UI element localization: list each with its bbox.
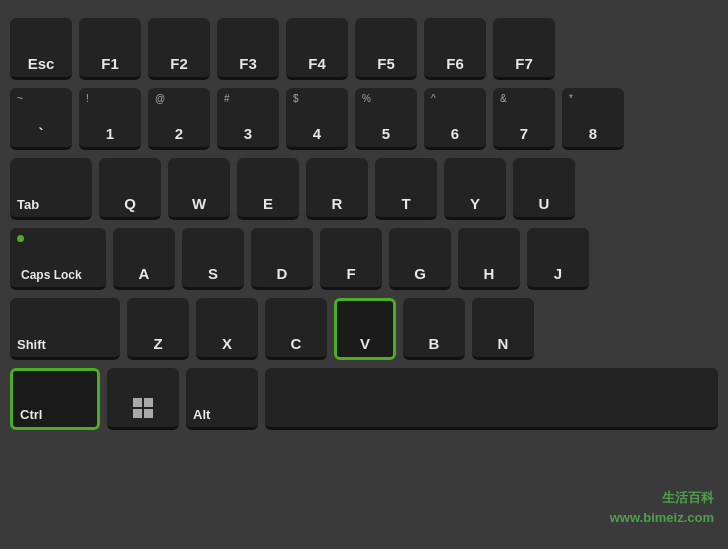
svg-rect-2 — [133, 409, 142, 418]
key-f[interactable]: F — [320, 228, 382, 290]
key-v[interactable]: V — [334, 298, 396, 360]
key-space[interactable] — [265, 368, 718, 430]
number-row: ~` !1 @2 #3 $4 %5 ^6 &7 *8 — [10, 88, 718, 150]
key-esc[interactable]: Esc — [10, 18, 72, 80]
key-win[interactable] — [107, 368, 179, 430]
key-f7[interactable]: F7 — [493, 18, 555, 80]
key-s[interactable]: S — [182, 228, 244, 290]
svg-rect-0 — [133, 398, 142, 407]
key-r[interactable]: R — [306, 158, 368, 220]
key-z[interactable]: Z — [127, 298, 189, 360]
key-5[interactable]: %5 — [355, 88, 417, 150]
key-n[interactable]: N — [472, 298, 534, 360]
key-7[interactable]: &7 — [493, 88, 555, 150]
key-2[interactable]: @2 — [148, 88, 210, 150]
key-w[interactable]: W — [168, 158, 230, 220]
key-c[interactable]: C — [265, 298, 327, 360]
key-shift[interactable]: Shift — [10, 298, 120, 360]
key-g[interactable]: G — [389, 228, 451, 290]
function-row: Esc F1 F2 F3 F4 F5 F6 F7 — [10, 18, 718, 80]
key-t[interactable]: T — [375, 158, 437, 220]
key-1[interactable]: !1 — [79, 88, 141, 150]
key-f6[interactable]: F6 — [424, 18, 486, 80]
zxcv-row: Shift Z X C V B N — [10, 298, 718, 360]
key-y[interactable]: Y — [444, 158, 506, 220]
key-3[interactable]: #3 — [217, 88, 279, 150]
key-u[interactable]: U — [513, 158, 575, 220]
key-6[interactable]: ^6 — [424, 88, 486, 150]
key-j[interactable]: J — [527, 228, 589, 290]
key-8[interactable]: *8 — [562, 88, 624, 150]
svg-rect-3 — [144, 409, 153, 418]
key-ctrl[interactable]: Ctrl — [10, 368, 100, 430]
key-x[interactable]: X — [196, 298, 258, 360]
key-b[interactable]: B — [403, 298, 465, 360]
key-f3[interactable]: F3 — [217, 18, 279, 80]
key-e[interactable]: E — [237, 158, 299, 220]
asdf-row: Caps Lock A S D F G H J — [10, 228, 718, 290]
caps-lock-led — [17, 235, 24, 242]
key-h[interactable]: H — [458, 228, 520, 290]
watermark-line2: www.bimeiz.com — [610, 508, 714, 528]
watermark-line1: 生活百科 — [610, 488, 714, 508]
key-f2[interactable]: F2 — [148, 18, 210, 80]
keyboard: Esc F1 F2 F3 F4 F5 F6 F7 ~` !1 @2 #3 $4 … — [0, 0, 728, 549]
key-d[interactable]: D — [251, 228, 313, 290]
key-a[interactable]: A — [113, 228, 175, 290]
watermark: 生活百科 www.bimeiz.com — [610, 488, 714, 527]
key-tilde[interactable]: ~` — [10, 88, 72, 150]
svg-rect-1 — [144, 398, 153, 407]
key-caps-lock[interactable]: Caps Lock — [10, 228, 106, 290]
key-f1[interactable]: F1 — [79, 18, 141, 80]
key-f5[interactable]: F5 — [355, 18, 417, 80]
key-4[interactable]: $4 — [286, 88, 348, 150]
key-alt[interactable]: Alt — [186, 368, 258, 430]
key-f4[interactable]: F4 — [286, 18, 348, 80]
bottom-row: Ctrl Alt — [10, 368, 718, 430]
key-q[interactable]: Q — [99, 158, 161, 220]
key-tab[interactable]: Tab — [10, 158, 92, 220]
qwerty-row: Tab Q W E R T Y U — [10, 158, 718, 220]
